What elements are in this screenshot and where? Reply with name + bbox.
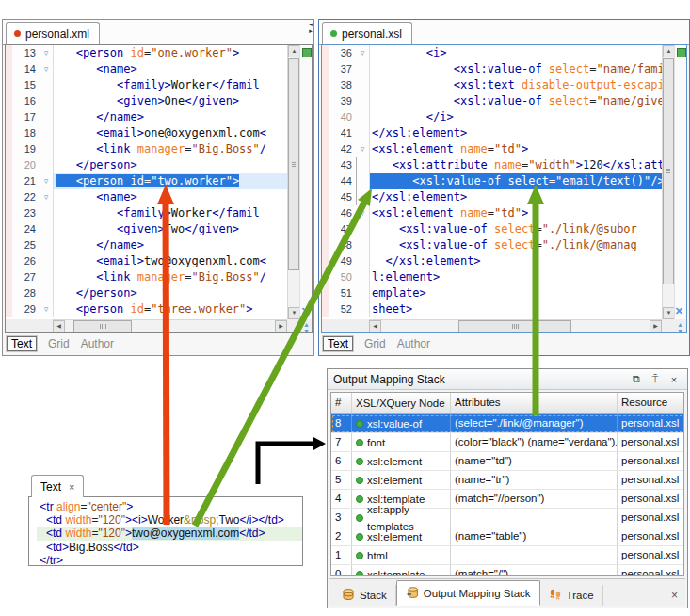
code-line-15[interactable]: 15 <family>Worker</famil — [6, 77, 287, 93]
column-header[interactable]: XSL/XQuery Node — [352, 393, 451, 413]
code-line-38[interactable]: 38 <xsl:text disable-output-escapi — [322, 77, 662, 93]
code-line-42[interactable]: 42▿<xsl:element name="td"> — [322, 141, 662, 157]
fold-toggle-icon[interactable]: ▿ — [40, 301, 54, 317]
close-icon[interactable]: × — [69, 481, 74, 493]
navigate-highlights-icon[interactable]: ▲▼ — [677, 321, 683, 334]
code-text: <xsl:element name="td"> — [370, 141, 662, 157]
code-line-25[interactable]: 25 </name> — [6, 237, 287, 253]
view-tab-trace[interactable]: Trace — [540, 585, 603, 606]
code-line-43[interactable]: 43 <xsl:attribute name="width">120</xsl:… — [322, 157, 662, 173]
output-text-tab[interactable]: Text × — [31, 475, 84, 497]
line-number: 16 — [12, 93, 40, 109]
code-line-14[interactable]: 14▿ <name> — [6, 61, 287, 77]
mode-tab-author[interactable]: Author — [397, 337, 430, 350]
xsl-code-lines[interactable]: 36▿ <i>37 <xsl:value-of select="name/fam… — [322, 45, 662, 319]
code-line-13[interactable]: 13▿ <person id="one.worker"> — [6, 45, 287, 61]
mode-tab-text[interactable]: Text — [7, 336, 37, 351]
trace-icon — [549, 588, 562, 603]
code-line-47[interactable]: 47 <xsl:value-of select="./link/@subor — [322, 221, 662, 237]
stack-row-1[interactable]: 1htmlpersonal.xsl — [331, 546, 683, 565]
output-text-area[interactable]: <tr align="center"> <td width="120"><i>W… — [28, 496, 303, 566]
stack-row-2[interactable]: 2xsl:element(name="table")personal.xsl — [331, 527, 683, 546]
code-line-46[interactable]: 46▿<xsl:element name="td"> — [322, 205, 662, 221]
fold-toggle-icon[interactable]: ▿ — [356, 141, 370, 157]
scroll-right-icon[interactable]: ▶ — [650, 320, 662, 332]
mode-tab-author[interactable]: Author — [81, 337, 114, 350]
mode-tab-text[interactable]: Text — [323, 336, 353, 351]
scroll-left-icon[interactable]: ◀ — [369, 320, 381, 332]
code-line-50[interactable]: 50l:element> — [322, 269, 662, 285]
view-tab-output-mapping-stack[interactable]: Output Mapping Stack — [396, 580, 540, 606]
fold-toggle-icon[interactable]: ▿ — [40, 61, 54, 77]
float-panel-icon[interactable]: ⧉ — [629, 373, 644, 385]
code-line-29[interactable]: 29▿ <person id="three.worker"> — [6, 301, 287, 317]
code-line-40[interactable]: 40 </i> — [322, 109, 662, 125]
close-panel-icon[interactable]: × — [666, 374, 682, 385]
stack-row-7[interactable]: 7font(color="black") (name="verdana")...… — [331, 433, 683, 452]
fold-toggle-icon[interactable]: ▿ — [356, 45, 370, 61]
code-line-16[interactable]: 16 <given>One</given> — [6, 93, 287, 109]
code-line-52[interactable]: 52sheet> — [322, 301, 662, 317]
code-line-21[interactable]: 21▿ <person id="two.worker"> — [6, 173, 287, 189]
fold-toggle-icon[interactable]: ▿ — [40, 45, 54, 61]
column-header[interactable]: Attributes — [451, 393, 618, 413]
output-line: <td width="120"><i>Worker&nbsp;Two</i></… — [37, 513, 302, 527]
code-line-41[interactable]: 41</xsl:element> — [322, 125, 662, 141]
mode-tab-grid[interactable]: Grid — [48, 337, 70, 350]
code-line-44[interactable]: 44 <xsl:value-of select="email/text()"/> — [322, 173, 662, 189]
line-number: 25 — [12, 237, 40, 253]
fold-toggle-icon[interactable]: ▿ — [356, 205, 370, 221]
code-line-22[interactable]: 22▿ <name> — [6, 189, 287, 205]
line-number: 14 — [12, 61, 40, 77]
fold-gutter — [356, 173, 370, 189]
clear-highlights-icon[interactable]: ✕ — [301, 305, 310, 317]
tab-personal-xsl[interactable]: personal.xsl — [322, 22, 412, 44]
xml-vertical-scrollbar[interactable]: ▲ ▼ — [287, 45, 299, 319]
code-line-49[interactable]: 49 </xsl:element> — [322, 253, 662, 269]
code-line-39[interactable]: 39 <xsl:value-of select="name/give — [322, 93, 662, 109]
black-elbow-arrow — [258, 437, 326, 484]
tab-personal-xml[interactable]: personal.xml — [6, 22, 100, 44]
code-line-45[interactable]: 45</xsl:element> — [322, 189, 662, 205]
fold-toggle-icon[interactable]: ▿ — [40, 173, 54, 189]
code-line-27[interactable]: 27 <link manager="Big.Boss"/ — [6, 269, 287, 285]
scroll-right-icon[interactable]: ▶ — [275, 320, 287, 332]
view-tab-stack[interactable]: Stack — [333, 585, 396, 606]
stack-row-8[interactable]: 8xsl:value-of(select="./link/@manager")p… — [331, 414, 683, 433]
xml-code-lines[interactable]: 13▿ <person id="one.worker">14▿ <name>15… — [6, 45, 287, 319]
code-line-20[interactable]: 20 </person> — [6, 157, 287, 173]
xsl-horizontal-scrollbar[interactable]: ◀ ▶ — [369, 319, 662, 332]
code-line-19[interactable]: 19 <link manager="Big.Boss"/ — [6, 141, 287, 157]
tab-scroll-arrows-icon[interactable]: ◂▸ — [307, 21, 314, 34]
code-line-26[interactable]: 26 <email>two@oxygenxml.com< — [6, 253, 287, 269]
code-line-28[interactable]: 28 </person> — [6, 285, 287, 301]
fold-gutter — [40, 205, 54, 221]
code-line-51[interactable]: 51emplate> — [322, 285, 662, 301]
column-header[interactable]: # — [331, 393, 352, 413]
code-line-36[interactable]: 36▿ <i> — [322, 45, 662, 61]
fold-gutter — [356, 77, 370, 93]
code-line-23[interactable]: 23 <family>Worker</famil — [6, 205, 287, 221]
code-line-24[interactable]: 24 <given>Two</given> — [6, 221, 287, 237]
code-line-17[interactable]: 17 </name> — [6, 109, 287, 125]
xml-horizontal-scrollbar[interactable]: ◀ ▶ — [53, 319, 287, 332]
navigate-highlights-icon[interactable]: ▲▼ — [303, 321, 310, 334]
code-line-18[interactable]: 18 <email>one@oxygenxml.com< — [6, 125, 287, 141]
scroll-left-icon[interactable]: ◀ — [53, 320, 65, 332]
stack-row-5[interactable]: 5xsl:element(name="tr")personal.xsl — [331, 471, 683, 490]
code-line-37[interactable]: 37 <xsl:value-of select="name/fami — [322, 61, 662, 77]
xsl-vertical-scrollbar[interactable]: ▲ ▼ — [662, 45, 674, 319]
pin-panel-icon[interactable]: ⍑ — [648, 373, 663, 385]
column-header[interactable]: Resource — [618, 393, 683, 413]
clear-highlights-icon[interactable]: ✕ — [675, 305, 683, 317]
fold-toggle-icon[interactable]: ▿ — [40, 189, 54, 205]
code-line-48[interactable]: 48 <xsl:value-of select="./link/@manag — [322, 237, 662, 253]
output-line: <td width="120">two@oxygenxml.com</td> — [37, 527, 302, 540]
code-text: <person id="three.worker"> — [54, 301, 287, 317]
close-icon[interactable]: × — [671, 589, 685, 606]
mode-tab-grid[interactable]: Grid — [364, 337, 386, 350]
stack-row-6[interactable]: 6xsl:element(name="td")personal.xsl — [331, 452, 683, 471]
stack-row-0[interactable]: 0xsl:template(match="/")personal.xsl — [331, 565, 683, 576]
fold-gutter — [356, 301, 370, 317]
stack-row-3[interactable]: 3xsl:apply-templatespersonal.xsl — [331, 509, 683, 527]
